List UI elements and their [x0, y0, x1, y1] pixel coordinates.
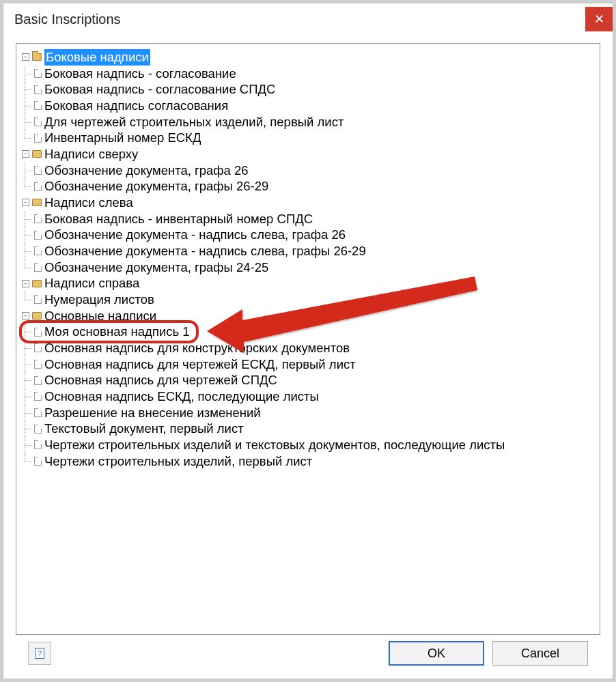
- tree-item-row[interactable]: Чертежи строительных изделий и текстовых…: [33, 437, 596, 453]
- tree-folder-row[interactable]: −Боковые надписи: [20, 49, 596, 66]
- tree-item: Боковая надпись - согласование СПДС: [20, 81, 596, 98]
- tree-item-row[interactable]: Основная надпись для конструкторских док…: [33, 340, 596, 356]
- tree-item-row[interactable]: Боковая надпись - согласование: [33, 66, 596, 82]
- tree-folder-row[interactable]: −Основные надписи: [20, 308, 596, 324]
- tree-item: Чертежи строительных изделий и текстовых…: [20, 437, 596, 453]
- tree-group: −Надписи слеваБоковая надпись - инвентар…: [20, 195, 596, 275]
- document-icon: [34, 457, 42, 466]
- tree-item-row[interactable]: Обозначение документа, графы 26-29: [33, 178, 596, 195]
- tree-item-row[interactable]: Инвентарный номер ЕСКД: [33, 130, 596, 146]
- ok-button-label: OK: [428, 647, 445, 661]
- tree-item-label: Основная надпись для конструкторских док…: [44, 340, 350, 356]
- document-icon: [34, 231, 42, 240]
- document-icon: [34, 85, 42, 94]
- document-icon: [34, 343, 42, 352]
- tree-item-row[interactable]: Разрешение на внесение изменений: [33, 405, 596, 421]
- tree-view[interactable]: −Боковые надписиБоковая надпись - соглас…: [16, 43, 600, 635]
- tree-group: −Надписи сверхуОбозначение документа, гр…: [20, 146, 596, 195]
- cancel-button[interactable]: Cancel: [492, 641, 588, 666]
- document-icon: [34, 295, 42, 304]
- tree-item: Моя основная надпись 1: [20, 324, 596, 340]
- document-icon: [34, 69, 42, 78]
- document-icon: [34, 117, 42, 126]
- tree-item-row[interactable]: Боковая надпись - согласование СПДС: [33, 81, 596, 98]
- tree-item-row[interactable]: Чертежи строительных изделий, первый лис…: [33, 453, 596, 470]
- tree-item: Инвентарный номер ЕСКД: [20, 130, 596, 146]
- document-icon: [34, 440, 42, 449]
- tree-item-label: Основная надпись для чертежей СПДС: [44, 372, 277, 388]
- tree-item-label: Нумерация листов: [44, 292, 154, 308]
- tree-item-row[interactable]: Основная надпись для чертежей ЕСКД, перв…: [33, 356, 596, 373]
- tree-item-label: Обозначение документа - надпись слева, г…: [44, 243, 366, 259]
- help-icon: [35, 648, 44, 659]
- tree-group: −Надписи справаНумерация листов: [20, 275, 596, 307]
- tree-item-row[interactable]: Нумерация листов: [33, 292, 596, 308]
- expander-icon[interactable]: −: [22, 53, 29, 61]
- tree-item-label: Моя основная надпись 1: [44, 324, 190, 340]
- tree-item-row[interactable]: Основная надпись для чертежей СПДС: [33, 372, 596, 388]
- tree-item-label: Боковая надпись - согласование СПДС: [44, 81, 275, 98]
- tree-item: Обозначение документа - надпись слева, г…: [20, 243, 596, 259]
- tree-item: Нумерация листов: [20, 292, 596, 308]
- tree-item-label: Обозначение документа, графы 26-29: [44, 178, 268, 195]
- tree-folder-row[interactable]: −Надписи справа: [20, 275, 596, 292]
- tree-item: Основная надпись для чертежей СПДС: [20, 372, 596, 388]
- tree-item-row[interactable]: Обозначение документа - надпись слева, г…: [33, 227, 596, 243]
- tree-item-row[interactable]: Обозначение документа - надпись слева, г…: [33, 243, 596, 259]
- tree-item: Основная надпись ЕСКД, последующие листы: [20, 388, 596, 405]
- folder-icon: [32, 280, 42, 287]
- tree-item-row[interactable]: Текстовый документ, первый лист: [33, 421, 596, 437]
- tree-item-label: Боковая надпись - инвентарный номер СПДС: [44, 211, 313, 227]
- tree-group: −Боковые надписиБоковая надпись - соглас…: [20, 49, 596, 146]
- expander-icon[interactable]: −: [22, 199, 29, 206]
- tree-item-label: Обозначение документа - надпись слева, г…: [44, 227, 346, 243]
- tree-item-row[interactable]: Основная надпись ЕСКД, последующие листы: [33, 388, 596, 405]
- tree-folder-label: Надписи справа: [44, 275, 139, 292]
- tree-folder-row[interactable]: −Надписи слева: [20, 195, 596, 211]
- expander-icon[interactable]: −: [22, 150, 29, 158]
- tree-item-row[interactable]: Для чертежей строительных изделий, первы…: [33, 114, 596, 130]
- document-icon: [34, 134, 42, 143]
- tree-group: −Основные надписиМоя основная надпись 1О…: [20, 308, 596, 470]
- tree-folder-label: Боковые надписи: [44, 49, 150, 66]
- expander-icon[interactable]: −: [22, 280, 29, 287]
- tree-item: Обозначение документа, графы 26-29: [20, 178, 596, 195]
- document-icon: [34, 214, 42, 223]
- dialog-content: −Боковые надписиБоковая надпись - соглас…: [3, 35, 613, 679]
- dialog-footer: OK Cancel: [16, 635, 600, 679]
- tree-item: Обозначение документа, графа 26: [20, 162, 596, 179]
- document-icon: [34, 376, 42, 385]
- ok-button[interactable]: OK: [389, 641, 484, 666]
- document-icon: [34, 392, 42, 401]
- document-icon: [34, 101, 42, 110]
- tree-item-row[interactable]: Обозначение документа, графа 26: [33, 162, 596, 179]
- tree-item-label: Инвентарный номер ЕСКД: [44, 130, 201, 146]
- titlebar: Basic Inscriptions ✕: [3, 3, 613, 35]
- tree-item: Основная надпись для конструкторских док…: [20, 340, 596, 356]
- tree-item-row[interactable]: Обозначение документа, графы 24-25: [33, 259, 596, 276]
- folder-icon: [32, 312, 42, 319]
- expander-icon[interactable]: −: [22, 312, 29, 319]
- tree-folder-row[interactable]: −Надписи сверху: [20, 146, 596, 162]
- tree-folder-label: Надписи слева: [44, 195, 133, 211]
- tree-item-label: Чертежи строительных изделий, первый лис…: [44, 453, 312, 470]
- help-button[interactable]: [28, 642, 51, 665]
- document-icon: [34, 182, 42, 191]
- close-button[interactable]: ✕: [585, 7, 613, 31]
- tree-item: Разрешение на внесение изменений: [20, 405, 596, 421]
- tree-item-label: Для чертежей строительных изделий, первы…: [44, 114, 344, 130]
- tree-item-label: Основная надпись для чертежей ЕСКД, перв…: [44, 356, 356, 373]
- tree-folder-label: Основные надписи: [44, 308, 156, 324]
- document-icon: [34, 408, 42, 417]
- document-icon: [34, 246, 42, 255]
- tree-item: Для чертежей строительных изделий, первы…: [20, 114, 596, 130]
- tree-item-label: Основная надпись ЕСКД, последующие листы: [44, 388, 319, 405]
- tree-item-label: Обозначение документа, графа 26: [44, 162, 249, 179]
- tree-item-row[interactable]: Боковая надпись согласования: [33, 98, 596, 114]
- tree-item: Обозначение документа - надпись слева, г…: [20, 227, 596, 243]
- tree-item-row[interactable]: Моя основная надпись 1: [33, 324, 596, 340]
- document-icon: [34, 425, 42, 434]
- folder-icon: [32, 53, 42, 61]
- tree-item: Боковая надпись - инвентарный номер СПДС: [20, 211, 596, 227]
- tree-item-row[interactable]: Боковая надпись - инвентарный номер СПДС: [33, 211, 596, 227]
